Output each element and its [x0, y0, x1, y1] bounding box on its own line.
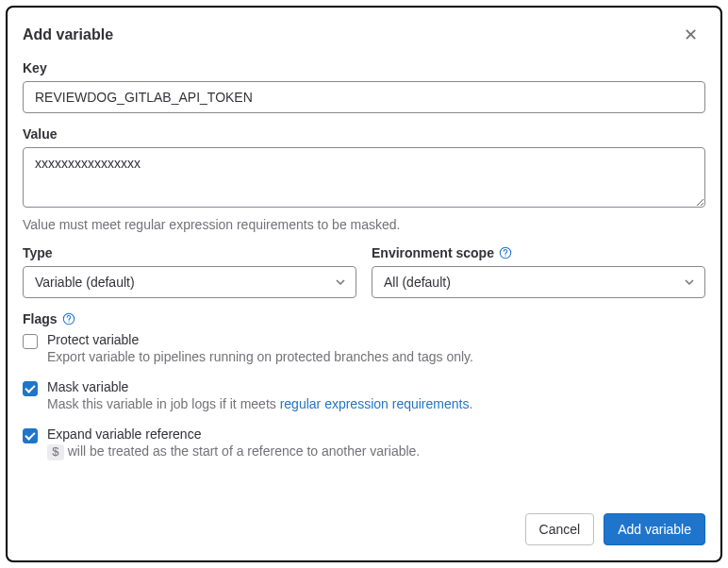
cancel-button[interactable]: Cancel: [525, 513, 595, 545]
add-variable-button[interactable]: Add variable: [604, 513, 705, 545]
expand-variable-desc: $ will be treated as the start of a refe…: [47, 443, 705, 459]
flags-section: Flags Protect variable Export variable t…: [23, 311, 705, 459]
close-button[interactable]: ✕: [676, 23, 705, 47]
value-label: Value: [23, 126, 705, 142]
scope-select[interactable]: All (default): [372, 266, 705, 298]
svg-point-3: [68, 321, 69, 322]
modal-title: Add variable: [23, 26, 113, 43]
mask-requirements-link[interactable]: regular expression requirements: [280, 396, 470, 411]
value-field-group: Value xxxxxxxxxxxxxxxx Value must meet r…: [23, 126, 705, 232]
type-field-group: Type Variable (default): [23, 245, 356, 298]
mask-variable-label[interactable]: Mask variable: [47, 379, 705, 394]
close-icon: ✕: [684, 25, 698, 44]
dollar-code: $: [47, 444, 64, 460]
mask-variable-desc: Mask this variable in job logs if it mee…: [47, 396, 705, 411]
help-icon[interactable]: [61, 311, 76, 326]
add-variable-modal: Add variable ✕ Key Value xxxxxxxxxxxxxxx…: [6, 6, 722, 562]
scope-selected-value: All (default): [384, 275, 451, 290]
scope-label: Environment scope: [372, 245, 494, 260]
modal-footer: Cancel Add variable: [23, 494, 705, 545]
type-label: Type: [23, 245, 356, 260]
expand-variable-label[interactable]: Expand variable reference: [47, 426, 705, 442]
expand-variable-item: Expand variable reference $ will be trea…: [23, 426, 705, 459]
value-help-text: Value must meet regular expression requi…: [23, 217, 705, 232]
type-select[interactable]: Variable (default): [23, 266, 356, 298]
expand-variable-checkbox[interactable]: [23, 428, 38, 443]
scope-field-group: Environment scope All (default): [372, 245, 705, 298]
protect-variable-desc: Export variable to pipelines running on …: [47, 349, 705, 364]
svg-point-1: [505, 255, 505, 256]
protect-variable-checkbox[interactable]: [23, 334, 38, 349]
flags-label-wrap: Flags: [23, 311, 705, 326]
scope-label-wrap: Environment scope: [372, 245, 705, 260]
type-scope-row: Type Variable (default) Environment scop…: [23, 245, 705, 298]
help-icon[interactable]: [498, 245, 513, 260]
key-label: Key: [23, 60, 705, 75]
mask-variable-item: Mask variable Mask this variable in job …: [23, 379, 705, 411]
type-selected-value: Variable (default): [35, 275, 135, 290]
modal-header: Add variable ✕: [23, 23, 705, 47]
key-input[interactable]: [23, 81, 705, 113]
protect-variable-label[interactable]: Protect variable: [47, 332, 705, 347]
key-field-group: Key: [23, 60, 705, 113]
value-textarea[interactable]: xxxxxxxxxxxxxxxx: [23, 147, 705, 208]
mask-variable-checkbox[interactable]: [23, 381, 38, 396]
flags-label: Flags: [23, 311, 58, 326]
protect-variable-item: Protect variable Export variable to pipe…: [23, 332, 705, 364]
